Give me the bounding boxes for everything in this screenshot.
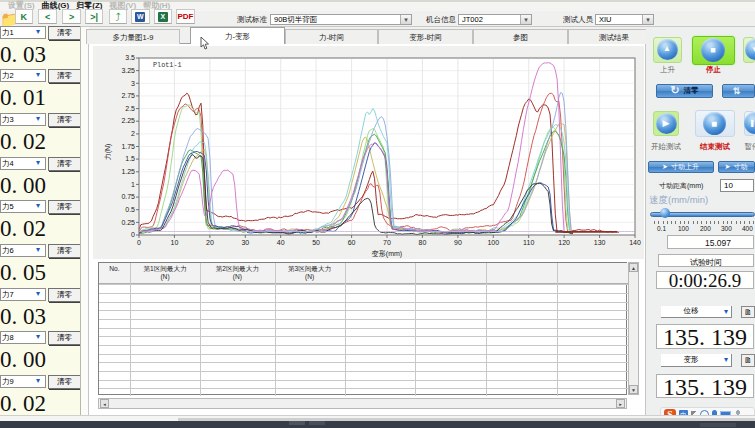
svg-text:1: 1 — [131, 181, 135, 188]
svg-text:Plot1-1: Plot1-1 — [153, 61, 182, 69]
svg-text:0: 0 — [131, 231, 135, 238]
svg-text:2.75: 2.75 — [121, 92, 135, 99]
svg-text:3.25: 3.25 — [121, 67, 135, 74]
svg-text:50: 50 — [312, 239, 320, 246]
svg-text:1.25: 1.25 — [121, 168, 135, 175]
svg-text:120: 120 — [558, 239, 570, 246]
svg-text:2: 2 — [131, 130, 135, 137]
svg-text:110: 110 — [523, 239, 534, 246]
svg-text:1.5: 1.5 — [125, 155, 135, 162]
svg-text:2.5: 2.5 — [125, 105, 135, 112]
svg-text:70: 70 — [383, 239, 391, 246]
svg-text:90: 90 — [454, 239, 462, 246]
svg-text:140: 140 — [629, 239, 641, 246]
svg-text:3: 3 — [131, 80, 135, 87]
svg-text:变形(mm): 变形(mm) — [371, 250, 402, 258]
svg-text:0.75: 0.75 — [121, 193, 135, 200]
svg-text:130: 130 — [594, 239, 606, 246]
svg-text:1.75: 1.75 — [121, 143, 135, 150]
svg-text:100: 100 — [487, 239, 499, 246]
svg-text:3.5: 3.5 — [125, 54, 135, 61]
svg-text:80: 80 — [419, 239, 427, 246]
svg-text:0: 0 — [137, 239, 141, 246]
svg-text:0.5: 0.5 — [125, 206, 135, 213]
svg-text:10: 10 — [171, 239, 179, 246]
svg-text:40: 40 — [277, 239, 285, 246]
svg-text:60: 60 — [348, 239, 356, 246]
svg-text:0.25: 0.25 — [121, 219, 135, 226]
svg-text:2.25: 2.25 — [121, 117, 135, 124]
svg-text:20: 20 — [206, 239, 214, 246]
svg-text:力(N): 力(N) — [104, 144, 112, 161]
svg-text:30: 30 — [241, 239, 249, 246]
